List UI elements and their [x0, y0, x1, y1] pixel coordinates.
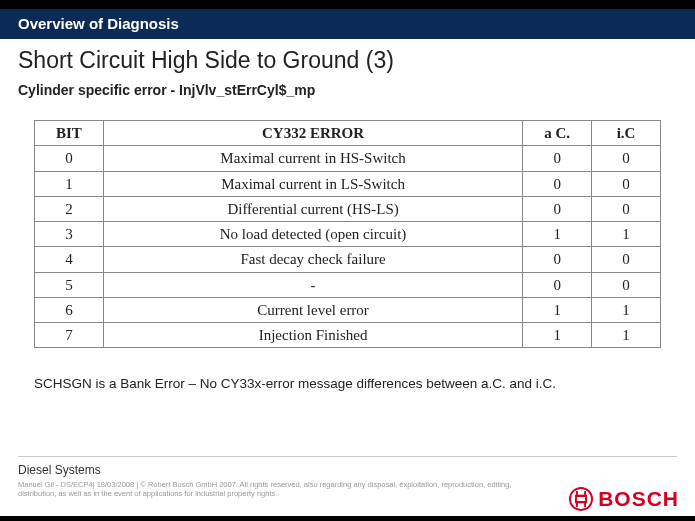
- table-row: 6 Current level error 1 1: [35, 297, 661, 322]
- cell-ac: 1: [523, 222, 592, 247]
- slide-subtitle: Cylinder specific error - InjVlv_stErrCy…: [18, 82, 677, 98]
- table-row: 7 Injection Finished 1 1: [35, 323, 661, 348]
- error-table-wrap: BIT CY332 ERROR a C. i.C 0 Maximal curre…: [34, 120, 661, 348]
- th-error: CY332 ERROR: [103, 121, 522, 146]
- footer: Diesel Systems Manuel Gil - DS/ECP4| 18/…: [0, 456, 695, 521]
- cell-err: Maximal current in HS-Switch: [103, 146, 522, 171]
- th-bit: BIT: [35, 121, 104, 146]
- bosch-logo-text: BOSCH: [598, 487, 679, 511]
- th-ac: a C.: [523, 121, 592, 146]
- cell-ic: 0: [592, 171, 661, 196]
- cell-ic: 0: [592, 247, 661, 272]
- cell-bit: 1: [35, 171, 104, 196]
- slide-title: Short Circuit High Side to Ground (3): [18, 47, 677, 74]
- svg-point-0: [570, 488, 592, 510]
- cell-ic: 1: [592, 297, 661, 322]
- bosch-armature-icon: [569, 487, 593, 511]
- top-black-bar: [0, 0, 695, 9]
- cell-err: Differential current (HS-LS): [103, 196, 522, 221]
- cell-ic: 0: [592, 146, 661, 171]
- cell-bit: 6: [35, 297, 104, 322]
- table-row: 5 - 0 0: [35, 272, 661, 297]
- cell-err: No load detected (open circuit): [103, 222, 522, 247]
- cell-ic: 0: [592, 196, 661, 221]
- cell-err: Injection Finished: [103, 323, 522, 348]
- table-row: 3 No load detected (open circuit) 1 1: [35, 222, 661, 247]
- cell-bit: 7: [35, 323, 104, 348]
- cell-ic: 1: [592, 323, 661, 348]
- footnote: SCHSGN is a Bank Error – No CY33x-error …: [34, 376, 677, 391]
- table-row: 0 Maximal current in HS-Switch 0 0: [35, 146, 661, 171]
- cell-bit: 5: [35, 272, 104, 297]
- cell-ac: 0: [523, 196, 592, 221]
- cell-bit: 0: [35, 146, 104, 171]
- cell-ic: 0: [592, 272, 661, 297]
- footer-divider: [18, 456, 677, 457]
- content-area: Short Circuit High Side to Ground (3) Cy…: [0, 39, 695, 391]
- cell-ac: 0: [523, 247, 592, 272]
- cell-bit: 2: [35, 196, 104, 221]
- table-row: 2 Differential current (HS-LS) 0 0: [35, 196, 661, 221]
- cell-ac: 1: [523, 297, 592, 322]
- table-row: 1 Maximal current in LS-Switch 0 0: [35, 171, 661, 196]
- cell-ac: 0: [523, 171, 592, 196]
- table-header-row: BIT CY332 ERROR a C. i.C: [35, 121, 661, 146]
- cell-err: Current level error: [103, 297, 522, 322]
- error-table: BIT CY332 ERROR a C. i.C 0 Maximal curre…: [34, 120, 661, 348]
- header-text: Overview of Diagnosis: [18, 15, 179, 32]
- cell-err: Maximal current in LS-Switch: [103, 171, 522, 196]
- th-ic: i.C: [592, 121, 661, 146]
- cell-ic: 1: [592, 222, 661, 247]
- cell-bit: 3: [35, 222, 104, 247]
- cell-err: -: [103, 272, 522, 297]
- cell-ac: 0: [523, 272, 592, 297]
- cell-ac: 1: [523, 323, 592, 348]
- cell-err: Fast decay check failure: [103, 247, 522, 272]
- cell-bit: 4: [35, 247, 104, 272]
- bottom-black-bar: [0, 516, 695, 521]
- table-row: 4 Fast decay check failure 0 0: [35, 247, 661, 272]
- cell-ac: 0: [523, 146, 592, 171]
- slide-header: Overview of Diagnosis: [0, 9, 695, 39]
- footer-diesel: Diesel Systems: [0, 463, 695, 480]
- bosch-logo: BOSCH: [569, 487, 679, 511]
